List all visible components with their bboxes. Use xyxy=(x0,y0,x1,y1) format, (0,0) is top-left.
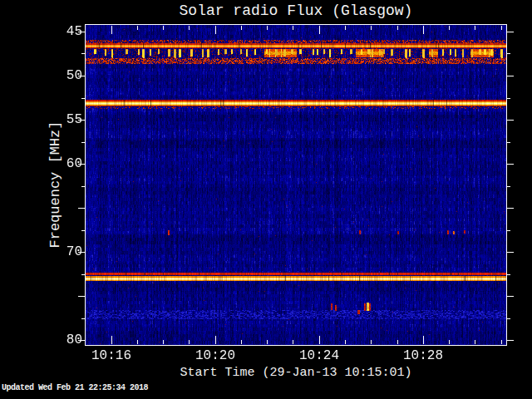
y-axis-tick xyxy=(507,76,514,76)
y-axis-tick xyxy=(507,252,514,253)
x-tick-label: 10:20 xyxy=(186,348,244,363)
y-axis-label: Frequency [MHz] xyxy=(47,121,63,248)
y-axis-minor-tick xyxy=(507,318,510,319)
y-axis-tick xyxy=(507,208,514,209)
y-axis-minor-tick xyxy=(507,142,510,143)
y-axis-minor-tick xyxy=(507,53,510,54)
y-axis-tick xyxy=(507,120,514,121)
y-axis-tick xyxy=(78,208,85,209)
y-axis-tick xyxy=(78,164,85,165)
y-axis-minor-tick xyxy=(507,186,510,187)
y-axis-tick xyxy=(507,340,514,341)
plot-border xyxy=(85,24,507,346)
y-axis-minor-tick xyxy=(507,274,510,275)
y-axis-tick xyxy=(78,296,85,297)
x-tick-label: 10:28 xyxy=(394,348,452,363)
solar-radio-flux-page: Solar radio Flux (Glasgow) Frequency [MH… xyxy=(0,0,532,399)
y-axis-tick xyxy=(78,252,85,253)
y-axis-tick xyxy=(78,340,85,341)
y-axis-tick xyxy=(78,76,85,76)
y-axis-label-text: Frequency [MHz] xyxy=(47,121,63,248)
x-tick-label: 10:24 xyxy=(290,348,348,363)
y-axis-tick xyxy=(78,120,85,121)
y-axis-tick xyxy=(78,32,85,32)
y-tick-label: 80 xyxy=(49,332,82,347)
y-tick-label: 50 xyxy=(49,68,82,83)
x-tick-label: 10:16 xyxy=(82,348,140,363)
y-axis-minor-tick xyxy=(507,230,510,231)
x-axis-label: Start Time (29-Jan-13 10:15:01) xyxy=(86,366,506,380)
y-axis-tick xyxy=(507,32,514,32)
chart-title: Solar radio Flux (Glasgow) xyxy=(86,2,506,19)
y-axis-tick xyxy=(507,164,514,165)
updated-timestamp: Updated Wed Feb 21 22:25:34 2018 xyxy=(2,383,148,392)
y-tick-label: 45 xyxy=(49,24,82,39)
y-axis-minor-tick xyxy=(507,98,510,99)
y-axis-tick xyxy=(507,296,514,297)
